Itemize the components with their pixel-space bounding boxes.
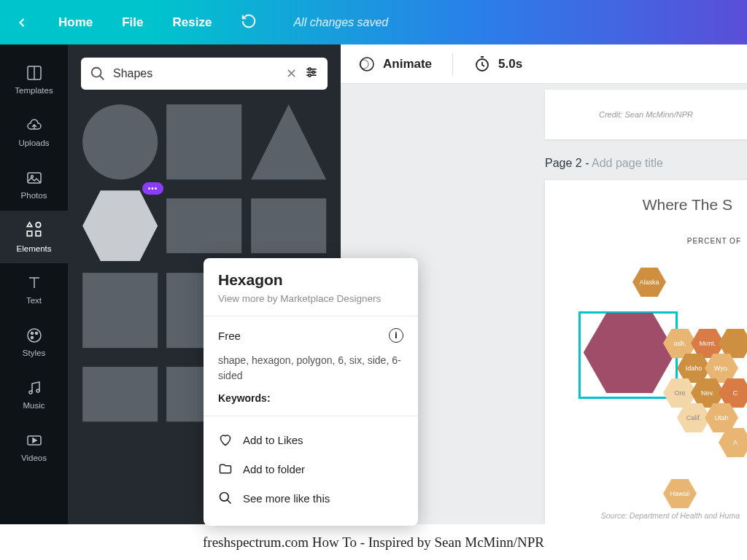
svg-point-7: [28, 329, 41, 342]
svg-point-12: [36, 389, 39, 392]
shape-rect-3[interactable]: [81, 271, 159, 349]
rail-text[interactable]: Text: [0, 263, 68, 316]
svg-point-8: [31, 332, 33, 335]
timer-icon: [473, 55, 491, 73]
save-status: All changes saved: [293, 16, 388, 29]
footer-caption: freshspectrum.com How To - Inspired by S…: [0, 524, 747, 560]
home-button[interactable]: Home: [58, 15, 93, 30]
shape-rect-1[interactable]: [165, 187, 243, 265]
rail-styles[interactable]: Styles: [0, 316, 68, 368]
svg-rect-23: [166, 104, 241, 179]
animate-button[interactable]: Animate: [358, 55, 432, 73]
shape-options-icon[interactable]: •••: [142, 182, 164, 195]
popover-author-link[interactable]: View more by Marketplace Designers: [218, 293, 403, 304]
duration-button[interactable]: 5.0s: [473, 55, 522, 73]
svg-marker-24: [251, 104, 326, 179]
rail-templates[interactable]: Templates: [0, 53, 68, 106]
svg-rect-5: [27, 231, 32, 236]
canvas-page[interactable]: Where The S PERCENT OF Alaska ash. Mont.…: [545, 180, 747, 524]
rail-uploads[interactable]: Uploads: [0, 106, 68, 158]
see-more-button[interactable]: See more like this: [218, 483, 403, 513]
rail-music[interactable]: Music: [0, 368, 68, 421]
search-input[interactable]: [113, 67, 279, 80]
svg-point-9: [35, 332, 37, 335]
svg-rect-26: [166, 198, 241, 253]
svg-marker-25: [82, 191, 158, 262]
search-icon: [90, 66, 106, 82]
keywords-label: Keywords:: [218, 392, 403, 404]
side-rail: Templates Uploads Photos Elements Text S…: [0, 44, 68, 524]
rail-videos[interactable]: Videos: [0, 421, 68, 473]
svg-line-35: [228, 500, 231, 504]
hex-alaska[interactable]: Alaska: [632, 268, 666, 297]
shape-rect-2[interactable]: [249, 187, 328, 265]
percent-label: PERCENT OF: [687, 237, 741, 245]
svg-point-20: [312, 71, 314, 73]
previous-page-preview[interactable]: Credit: Sean McMinn/NPR: [545, 90, 747, 139]
rail-elements[interactable]: Elements: [0, 211, 68, 263]
add-to-likes-button[interactable]: Add to Likes: [218, 425, 403, 454]
svg-point-10: [31, 337, 33, 339]
source-text: Source: Department of Health and Huma: [601, 511, 740, 520]
credit-text: Credit: Sean McMinn/NPR: [599, 110, 693, 119]
svg-point-14: [92, 68, 101, 77]
svg-point-11: [29, 391, 32, 394]
hex-hawaii[interactable]: Hawaii: [663, 479, 697, 508]
svg-point-4: [36, 222, 40, 228]
price-label: Free: [218, 330, 241, 342]
file-menu[interactable]: File: [122, 15, 143, 30]
info-icon[interactable]: i: [389, 328, 403, 343]
svg-point-34: [220, 493, 229, 502]
popover-title: Hexagon: [218, 271, 403, 289]
undo-icon[interactable]: [241, 13, 257, 32]
svg-line-15: [100, 76, 104, 80]
hex-selected[interactable]: [583, 313, 676, 393]
canvas-toolbar: Animate 5.0s: [341, 44, 747, 84]
svg-marker-40: [584, 313, 676, 393]
svg-rect-31: [82, 367, 158, 421]
svg-point-21: [309, 74, 311, 77]
chart-title: Where The S: [643, 196, 732, 214]
back-icon[interactable]: [15, 15, 29, 30]
svg-rect-28: [82, 273, 158, 348]
svg-point-22: [82, 104, 158, 179]
add-to-folder-button[interactable]: Add to folder: [218, 454, 403, 483]
shape-hexagon[interactable]: •••: [81, 187, 159, 265]
animate-icon: [358, 55, 376, 73]
shape-triangle[interactable]: [249, 103, 328, 181]
elements-panel: ✕ ••• ‹ Hexagon: [68, 44, 341, 524]
heart-icon: [218, 432, 233, 447]
svg-point-37: [360, 60, 368, 69]
element-tags: shape, hexagon, polygon, 6, six, side, 6…: [218, 353, 403, 384]
toolbar-divider: [452, 53, 453, 75]
top-bar: Home File Resize All changes saved: [0, 0, 747, 44]
page-label[interactable]: Page 2 - Add page title: [545, 157, 663, 170]
search-bar: ✕: [81, 58, 328, 90]
clear-search-icon[interactable]: ✕: [286, 66, 297, 82]
svg-point-19: [309, 68, 311, 70]
element-info-popover: Hexagon View more by Marketplace Designe…: [204, 258, 418, 526]
shape-rect-6[interactable]: [81, 355, 159, 433]
shape-square[interactable]: [165, 103, 243, 181]
folder-icon: [218, 462, 233, 476]
main-area: Templates Uploads Photos Elements Text S…: [0, 44, 747, 524]
hex-az[interactable]: A: [719, 428, 747, 457]
filter-icon[interactable]: [304, 65, 319, 82]
svg-rect-27: [251, 198, 326, 253]
shape-circle[interactable]: [81, 103, 159, 181]
resize-menu[interactable]: Resize: [173, 15, 212, 30]
search-icon: [218, 491, 233, 505]
rail-photos[interactable]: Photos: [0, 158, 68, 211]
svg-rect-6: [36, 231, 40, 236]
